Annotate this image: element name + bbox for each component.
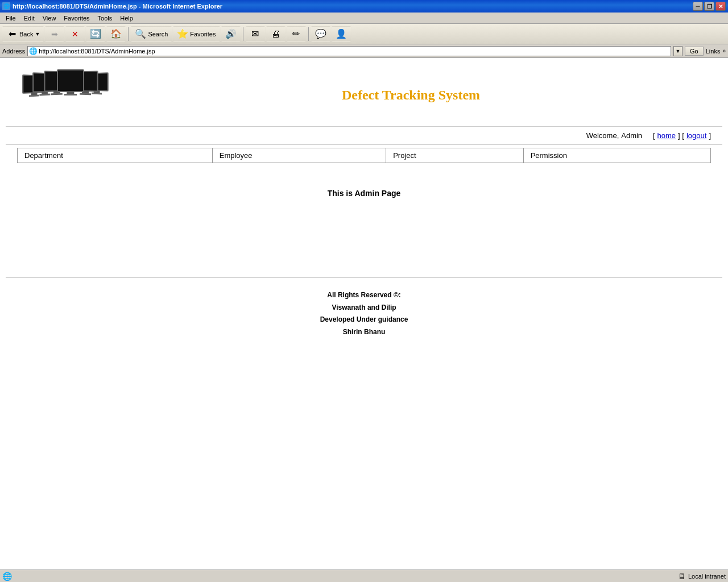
page-header: Defect Tracking System: [6, 64, 722, 127]
address-input-wrap: 🌐: [27, 46, 671, 56]
welcome-user: Admin: [621, 131, 642, 140]
address-bar: Address 🌐 ▼ Go Links »: [0, 44, 728, 58]
edit-button[interactable]: ✏: [287, 26, 306, 42]
logout-link[interactable]: logout: [686, 131, 706, 140]
admin-page-text: This is Admin Page: [328, 189, 401, 198]
print-icon: 🖨: [270, 28, 282, 40]
toolbar: ⬅ Back ▼ ➡ ✕ 🔄 🏠 🔍 Search ⭐ Favorites 🔊 …: [0, 24, 728, 44]
middle-bracket: ] [: [678, 131, 684, 140]
footer-line2: Viswanath and Dilip: [17, 302, 711, 314]
links-label: Links: [706, 48, 721, 55]
edit-icon: ✏: [291, 28, 302, 40]
discuss-icon: 💬: [315, 28, 326, 40]
title-bar: 🌐 http://localhost:8081/DTS/AdminHome.js…: [0, 0, 728, 13]
page-footer: All Rights Reserved ©: Viswanath and Dil…: [6, 277, 722, 350]
separator-2: [243, 27, 243, 41]
favorites-button[interactable]: ⭐ Favorites: [173, 26, 220, 42]
scroll-area[interactable]: Defect Tracking System Welcome, Admin [ …: [0, 58, 728, 580]
page-content: Defect Tracking System Welcome, Admin [ …: [0, 58, 728, 355]
search-button[interactable]: 🔍 Search: [131, 26, 172, 42]
status-bar: 🌐 🖥 Local intranet: [0, 569, 728, 580]
messenger-icon: 👤: [336, 28, 347, 40]
header-title-area: Defect Tracking System: [111, 88, 711, 103]
stop-icon: ✕: [69, 28, 81, 40]
window-icon: 🌐: [2, 2, 10, 10]
address-dropdown[interactable]: ▼: [673, 46, 682, 56]
monitor-4: [57, 69, 84, 92]
back-button[interactable]: ⬅ Back ▼: [2, 26, 44, 42]
separator-1: [128, 27, 129, 41]
status-zone-text: Local intranet: [688, 573, 726, 580]
messenger-button[interactable]: 👤: [332, 26, 351, 42]
back-icon: ⬅: [6, 28, 18, 40]
status-page-icon: 🌐: [2, 572, 12, 581]
welcome-bar: Welcome, Admin [ home ] [ logout ]: [6, 127, 722, 145]
nav-table: Department Employee Project Permission: [17, 148, 711, 163]
separator-3: [308, 27, 309, 41]
mail-button[interactable]: ✉: [246, 26, 265, 42]
media-icon: 🔊: [225, 28, 237, 40]
nav-table-wrap: Department Employee Project Permission: [6, 145, 722, 166]
status-right: 🖥 Local intranet: [678, 572, 726, 581]
footer-line1: All Rights Reserved ©:: [17, 289, 711, 302]
stop-button[interactable]: ✕: [65, 26, 85, 42]
menu-favorites[interactable]: Favorites: [60, 14, 93, 23]
welcome-text: Welcome,: [586, 131, 619, 140]
print-button[interactable]: 🖨: [266, 26, 286, 42]
globe-icon: 🌐: [29, 47, 38, 55]
logo-monitors: [23, 69, 111, 120]
menu-tools[interactable]: Tools: [94, 14, 116, 23]
menu-file[interactable]: File: [2, 14, 19, 23]
refresh-button[interactable]: 🔄: [86, 26, 105, 42]
app-title: Defect Tracking System: [342, 88, 480, 102]
menu-view[interactable]: View: [39, 14, 60, 23]
address-input[interactable]: [39, 48, 669, 55]
nav-department[interactable]: Department: [18, 148, 213, 163]
close-button[interactable]: ✕: [715, 2, 726, 11]
status-left: 🌐: [2, 572, 12, 581]
discuss-button[interactable]: 💬: [311, 26, 330, 42]
footer-line4: Shirin Bhanu: [17, 326, 711, 339]
open-bracket: [: [653, 131, 655, 140]
footer-line3: Developed Under guidance: [17, 314, 711, 326]
links-chevron-icon: »: [722, 48, 726, 54]
menu-help[interactable]: Help: [117, 14, 136, 23]
search-icon: 🔍: [135, 28, 146, 40]
browser-container: Defect Tracking System Welcome, Admin [ …: [0, 58, 728, 580]
mail-icon: ✉: [250, 28, 261, 40]
nav-project[interactable]: Project: [386, 148, 523, 163]
window-title: http://localhost:8081/DTS/AdminHome.jsp …: [13, 3, 222, 10]
restore-button[interactable]: ❐: [704, 2, 714, 11]
menu-bar: File Edit View Favorites Tools Help: [0, 13, 728, 24]
home-link[interactable]: home: [657, 131, 676, 140]
home-button[interactable]: 🏠: [106, 26, 126, 42]
nav-permission[interactable]: Permission: [523, 148, 710, 163]
refresh-icon: 🔄: [90, 28, 101, 40]
nav-row: Department Employee Project Permission: [18, 148, 711, 163]
status-zone-icon: 🖥: [678, 572, 686, 581]
forward-icon: ➡: [49, 28, 60, 40]
address-label: Address: [2, 48, 25, 55]
nav-employee[interactable]: Employee: [212, 148, 386, 163]
favorites-icon: ⭐: [177, 28, 188, 40]
main-content: This is Admin Page: [6, 166, 722, 221]
home-icon: 🏠: [110, 28, 122, 40]
minimize-button[interactable]: ─: [693, 2, 703, 11]
menu-edit[interactable]: Edit: [20, 14, 38, 23]
forward-button[interactable]: ➡: [45, 26, 64, 42]
media-button[interactable]: 🔊: [221, 26, 241, 42]
close-bracket: ]: [709, 131, 711, 140]
go-button[interactable]: Go: [685, 47, 704, 56]
window-controls: ─ ❐ ✕: [693, 2, 726, 11]
